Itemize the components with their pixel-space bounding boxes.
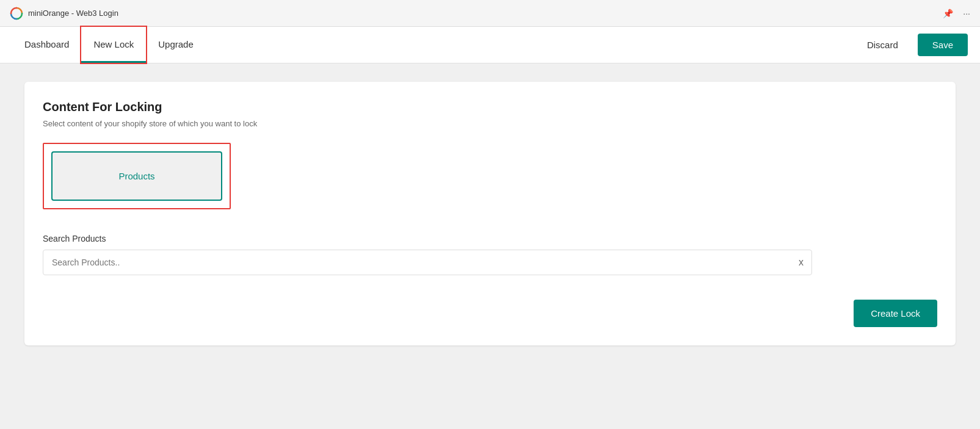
search-label: Search Products [43,234,937,243]
nav-item-dashboard[interactable]: Dashboard [12,27,81,63]
browser-bar-left: miniOrange - Web3 Login [10,7,118,20]
search-input[interactable] [43,250,812,275]
content-card: Content For Locking Select content of yo… [24,82,956,345]
nav-item-new-lock[interactable]: New Lock [81,27,146,63]
browser-bar-right: 📌 ··· [943,9,970,18]
browser-bar: miniOrange - Web3 Login 📌 ··· [0,0,980,27]
section-subtitle: Select content of your shopify store of … [43,119,937,128]
discard-button[interactable]: Discard [857,35,908,55]
nav-bar: Dashboard New Lock Upgrade Discard Save [0,27,980,63]
nav-item-upgrade[interactable]: Upgrade [146,27,206,63]
save-button[interactable]: Save [918,34,968,56]
content-type-selection-wrapper: Products [43,143,231,209]
search-input-wrapper: x [43,250,812,275]
products-type-button[interactable]: Products [51,151,222,201]
nav-left: Dashboard New Lock Upgrade [12,27,206,63]
search-section: Search Products x [43,234,937,275]
app-logo-icon [10,7,23,20]
nav-new-lock-label: New Lock [93,39,134,49]
main-content: Content For Locking Select content of yo… [0,63,980,429]
create-lock-button[interactable]: Create Lock [854,300,937,327]
search-clear-button[interactable]: x [799,258,804,267]
nav-dashboard-label: Dashboard [24,39,69,49]
footer-actions: Create Lock [43,300,937,327]
section-title: Content For Locking [43,100,937,114]
app-title: miniOrange - Web3 Login [28,9,118,18]
more-options-icon[interactable]: ··· [963,9,970,18]
nav-upgrade-label: Upgrade [158,39,194,49]
nav-right: Discard Save [857,34,968,56]
pin-icon[interactable]: 📌 [943,9,953,18]
